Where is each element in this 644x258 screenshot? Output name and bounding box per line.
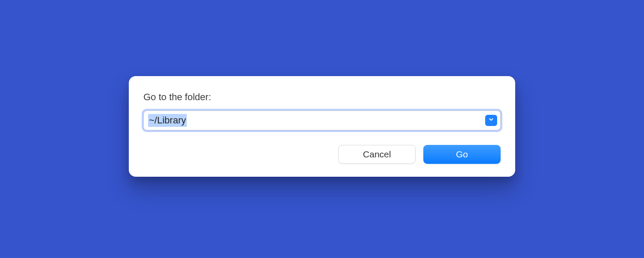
go-button[interactable]: Go bbox=[423, 145, 501, 164]
cancel-button-label: Cancel bbox=[363, 149, 391, 160]
path-history-dropdown[interactable] bbox=[485, 115, 497, 126]
chevron-down-icon bbox=[488, 117, 494, 124]
path-input-row: ~/Library bbox=[143, 111, 501, 130]
dialog-label: Go to the folder: bbox=[143, 92, 501, 103]
cancel-button[interactable]: Cancel bbox=[338, 145, 416, 164]
go-to-folder-dialog: Go to the folder: ~/Library Cancel Go bbox=[129, 76, 515, 177]
go-button-label: Go bbox=[456, 149, 468, 160]
path-input[interactable]: ~/Library bbox=[143, 111, 501, 130]
path-input-value: ~/Library bbox=[148, 114, 187, 127]
dialog-button-row: Cancel Go bbox=[143, 145, 501, 164]
